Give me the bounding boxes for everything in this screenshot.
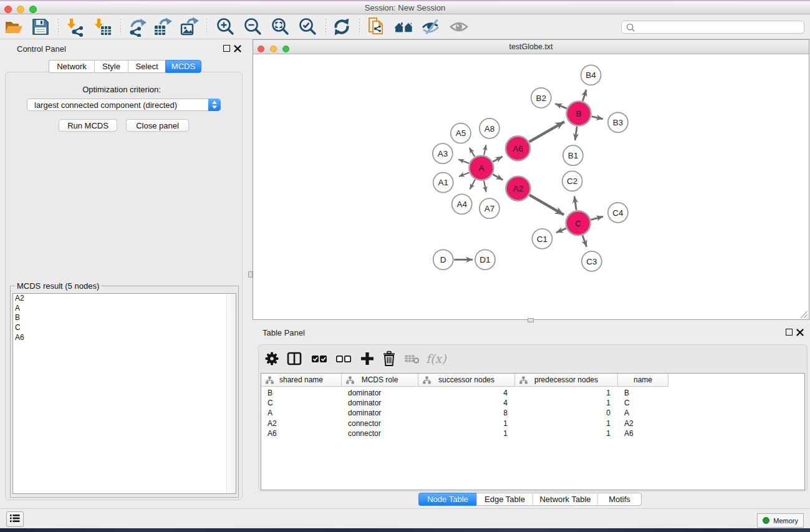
graph-edge-A-A7[interactable] <box>484 181 486 192</box>
graph-edge-A-A2[interactable] <box>493 174 503 180</box>
graph-edge-A6-B[interactable] <box>529 122 564 142</box>
tab-network[interactable]: Network <box>49 60 94 73</box>
graph-edge-A-A3[interactable] <box>458 160 469 163</box>
mcds-result-list[interactable]: A2ABCA6 <box>12 293 236 494</box>
search-input[interactable] <box>637 22 800 32</box>
table-cell[interactable]: B <box>618 388 668 398</box>
show-all-button[interactable] <box>449 17 469 37</box>
result-item[interactable]: A <box>13 304 236 314</box>
horizontal-split-divider[interactable] <box>253 320 810 325</box>
table-cell[interactable]: 8 <box>418 408 515 418</box>
result-list-scrollbar[interactable] <box>226 294 236 493</box>
column-header-predecessor-nodes[interactable]: predecessor nodes <box>515 374 618 387</box>
table-row[interactable]: A2connector11A2 <box>261 418 668 428</box>
table-cell[interactable]: 1 <box>515 398 618 408</box>
table-cell[interactable]: C <box>618 398 668 408</box>
delete-column-button[interactable] <box>379 349 399 369</box>
vertical-divider-handle[interactable] <box>248 271 253 278</box>
export-network-button[interactable] <box>128 17 148 37</box>
table-cell[interactable]: C <box>261 398 342 408</box>
resize-grip-icon[interactable] <box>800 311 808 319</box>
function-builder-button[interactable]: f(x) <box>425 349 445 369</box>
save-session-button[interactable] <box>31 17 51 37</box>
graph-edge-B-B3[interactable] <box>592 117 604 119</box>
table-cell[interactable]: A6 <box>618 428 668 438</box>
column-header-MCDS-role[interactable]: MCDS role <box>342 374 418 387</box>
create-column-button[interactable] <box>357 349 377 369</box>
export-image-button[interactable] <box>180 17 200 37</box>
zoom-selected-button[interactable] <box>297 17 317 37</box>
table-cell[interactable]: connector <box>342 428 418 438</box>
graph-edge-A-A4[interactable] <box>470 180 475 190</box>
table-cell[interactable]: B <box>261 388 342 398</box>
table-cell[interactable]: 1 <box>515 418 618 428</box>
table-cell[interactable]: A2 <box>261 418 342 428</box>
graph-edge-C-C4[interactable] <box>591 216 603 220</box>
import-network-button[interactable] <box>65 17 85 37</box>
hide-selected-button[interactable] <box>421 17 441 37</box>
graph-edge-A-A5[interactable] <box>470 148 475 157</box>
tab-node-table[interactable]: Node Table <box>418 493 476 506</box>
network-canvas[interactable]: B4B2BB3A5A8A6A3B1AC2A1A2A4A7C4CC1C3DD1 <box>253 55 809 319</box>
result-item[interactable]: A2 <box>13 294 236 304</box>
table-cell[interactable]: A6 <box>261 428 342 438</box>
task-history-button[interactable] <box>6 511 24 527</box>
table-cell[interactable]: 4 <box>418 398 515 408</box>
table-cell[interactable]: 1 <box>515 428 618 438</box>
graph-edge-A-A8[interactable] <box>484 145 486 155</box>
unselect-all-columns-button[interactable] <box>334 349 354 369</box>
graph-edge-B-B2[interactable] <box>555 104 566 109</box>
table-panel-float-button[interactable] <box>786 329 793 336</box>
table-row[interactable]: Adominator80A <box>261 408 668 418</box>
graph-edge-C-C1[interactable] <box>556 228 566 233</box>
optimization-criterion-select[interactable]: largest connected component (directed) <box>27 99 221 111</box>
table-cell[interactable]: dominator <box>342 408 418 418</box>
tab-select[interactable]: Select <box>128 60 165 73</box>
table-row[interactable]: Bdominator41B <box>261 388 668 398</box>
zoom-in-button[interactable] <box>215 17 235 37</box>
table-row[interactable]: A6connector11A6 <box>261 428 668 438</box>
column-header-name[interactable]: name <box>618 374 668 387</box>
search-field[interactable] <box>621 21 804 34</box>
graph-edge-B-B1[interactable] <box>575 127 577 140</box>
table-cell[interactable]: connector <box>342 418 418 428</box>
tab-mcds[interactable]: MCDS <box>165 60 201 73</box>
export-table-button[interactable] <box>153 17 173 37</box>
table-cell[interactable]: 1 <box>418 418 515 428</box>
table-cell[interactable]: 1 <box>515 388 618 398</box>
result-item[interactable]: A6 <box>13 333 236 343</box>
graph-edge-C-C2[interactable] <box>574 196 576 210</box>
table-cell[interactable]: dominator <box>342 398 418 408</box>
table-cell[interactable]: A <box>261 408 342 418</box>
refresh-button[interactable] <box>332 17 352 37</box>
graph-edge-A-A6[interactable] <box>493 157 502 162</box>
horizontal-divider-handle[interactable] <box>528 318 534 322</box>
vertical-split-divider[interactable] <box>243 39 253 508</box>
table-cell[interactable]: 4 <box>418 388 515 398</box>
table-cell[interactable]: 1 <box>418 428 515 438</box>
table-cell[interactable]: A <box>618 408 668 418</box>
tab-style[interactable]: Style <box>94 60 128 73</box>
first-neighbors-button[interactable] <box>394 17 414 37</box>
run-mcds-button[interactable]: Run MCDS <box>59 119 117 132</box>
graph-edge-A-A1[interactable] <box>459 173 469 177</box>
control-panel-close-button[interactable] <box>234 45 241 54</box>
copy-network-button[interactable] <box>367 17 387 37</box>
import-table-button[interactable] <box>93 17 113 37</box>
close-panel-button[interactable]: Close panel <box>126 119 189 132</box>
column-header-shared-name[interactable]: shared name <box>261 374 342 387</box>
graph-edge-C-C3[interactable] <box>582 235 586 246</box>
tab-network-table[interactable]: Network Table <box>533 493 597 506</box>
table-row[interactable]: Cdominator41C <box>261 398 668 408</box>
open-session-button[interactable] <box>3 17 23 37</box>
table-cell[interactable]: 0 <box>515 408 618 418</box>
control-panel-float-button[interactable] <box>223 45 230 52</box>
table-settings-button[interactable] <box>262 349 282 369</box>
result-item[interactable]: C <box>13 323 236 333</box>
tab-motifs[interactable]: Motifs <box>597 493 642 506</box>
graph-edge-A2-C[interactable] <box>529 195 564 215</box>
memory-button[interactable]: Memory <box>757 513 804 528</box>
table-cell[interactable]: dominator <box>342 388 418 398</box>
network-window-titlebar[interactable]: testGlobe.txt <box>253 40 809 54</box>
tab-edge-table[interactable]: Edge Table <box>476 493 533 506</box>
